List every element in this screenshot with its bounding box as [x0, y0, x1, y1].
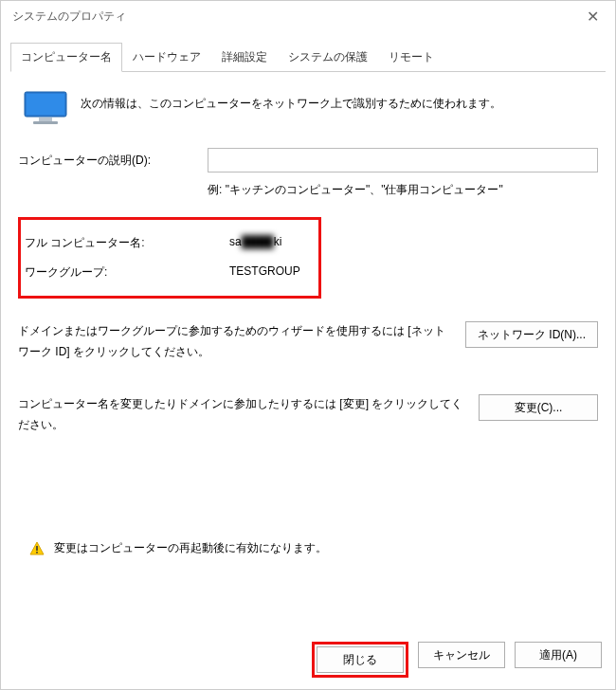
button-label: 閉じる	[343, 653, 377, 666]
bottom-bar: 閉じる キャンセル 適用(A)	[1, 630, 615, 689]
full-computer-name-label: フル コンピューター名:	[25, 235, 229, 251]
svg-rect-3	[33, 121, 58, 124]
warning-icon	[29, 541, 45, 556]
change-row: コンピューター名を変更したりドメインに参加したりするには [変更] をクリックし…	[18, 394, 598, 435]
change-button[interactable]: 変更(C)...	[479, 394, 598, 421]
tab-label: システムの保護	[288, 50, 368, 64]
tab-system-protection[interactable]: システムの保護	[278, 43, 378, 72]
svg-rect-1	[27, 94, 64, 115]
window-title: システムのプロパティ	[12, 9, 126, 25]
workgroup-row: ワークグループ: TESTGROUP	[25, 264, 309, 281]
tab-hardware[interactable]: ハードウェア	[122, 43, 211, 72]
restart-note-row: 変更はコンピューターの再起動後に有効になります。	[29, 540, 327, 556]
workgroup-label: ワークグループ:	[25, 264, 229, 281]
network-id-text: ドメインまたはワークグループに参加するためのウィザードを使用するには [ネットワ…	[18, 321, 465, 362]
network-id-row: ドメインまたはワークグループに参加するためのウィザードを使用するには [ネットワ…	[18, 321, 598, 362]
panel-content: 次の情報は、このコンピューターをネットワーク上で識別するために使われます。 コン…	[1, 72, 615, 630]
titlebar: システムのプロパティ ✕	[1, 1, 615, 32]
info-row: 次の情報は、このコンピューターをネットワーク上で識別するために使われます。	[18, 91, 598, 125]
button-label: 適用(A)	[539, 648, 577, 662]
tab-label: 詳細設定	[222, 50, 267, 64]
name-prefix: sa	[229, 235, 242, 248]
description-input[interactable]	[208, 148, 598, 172]
highlight-box: フル コンピューター名: sa████ki ワークグループ: TESTGROUP	[18, 217, 321, 299]
svg-rect-5	[36, 552, 38, 554]
description-label: コンピューターの説明(D):	[18, 153, 208, 169]
close-highlight: 閉じる	[312, 642, 408, 678]
example-text: 例: "キッチンのコンピューター"、"仕事用コンピューター"	[208, 182, 598, 198]
network-id-button[interactable]: ネットワーク ID(N)...	[465, 321, 598, 348]
tabstrip: コンピューター名 ハードウェア 詳細設定 システムの保護 リモート	[10, 42, 606, 72]
name-suffix: ki	[274, 235, 282, 248]
apply-button[interactable]: 適用(A)	[515, 642, 602, 668]
monitor-icon	[24, 91, 67, 125]
button-label: キャンセル	[433, 648, 490, 662]
cancel-button[interactable]: キャンセル	[418, 642, 505, 668]
svg-rect-4	[36, 546, 38, 551]
close-button[interactable]: 閉じる	[317, 646, 404, 673]
workgroup-value: TESTGROUP	[229, 264, 300, 281]
description-row: コンピューターの説明(D):	[18, 148, 598, 172]
button-label: 変更(C)...	[515, 401, 563, 414]
tab-label: ハードウェア	[133, 50, 201, 64]
system-properties-window: システムのプロパティ ✕ コンピューター名 ハードウェア 詳細設定 システムの保…	[0, 0, 616, 690]
full-computer-name-row: フル コンピューター名: sa████ki	[25, 235, 309, 251]
restart-note: 変更はコンピューターの再起動後に有効になります。	[54, 540, 327, 556]
tab-computer-name[interactable]: コンピューター名	[10, 43, 122, 72]
full-computer-name-value: sa████ki	[229, 235, 281, 251]
tab-remote[interactable]: リモート	[378, 43, 444, 72]
svg-rect-2	[39, 118, 52, 121]
tab-advanced[interactable]: 詳細設定	[211, 43, 278, 72]
name-masked: ████	[242, 235, 274, 248]
tab-label: リモート	[389, 50, 434, 64]
info-text: 次の情報は、このコンピューターをネットワーク上で識別するために使われます。	[81, 91, 501, 113]
change-text: コンピューター名を変更したりドメインに参加したりするには [変更] をクリックし…	[18, 394, 479, 435]
button-label: ネットワーク ID(N)...	[478, 328, 586, 341]
tab-label: コンピューター名	[21, 50, 112, 64]
close-icon[interactable]: ✕	[581, 9, 604, 25]
